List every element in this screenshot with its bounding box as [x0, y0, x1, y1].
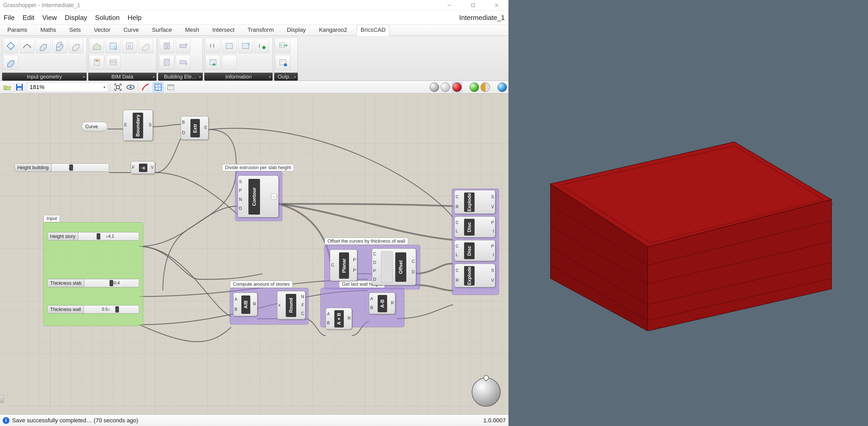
tab-vector[interactable]: Vector — [90, 25, 114, 35]
slider-height-building[interactable]: Height building 20 — [14, 163, 109, 172]
slider-thickness-wall[interactable]: Thickness wall 0.5 ○ — [47, 305, 139, 313]
ribbon-icon[interactable] — [68, 39, 83, 53]
zoom-extents-button[interactable] — [113, 82, 123, 92]
canvas[interactable]: Input Divide extrusion per slab height O… — [0, 93, 508, 415]
node-planar[interactable]: C Planar P P — [330, 249, 357, 281]
ribbon-icon[interactable] — [106, 39, 121, 53]
ribbon-icon[interactable] — [3, 39, 18, 53]
ribbon-icon[interactable] — [222, 39, 237, 53]
tab-maths[interactable]: Maths — [37, 25, 60, 35]
node-multiply[interactable]: A B A×B R — [326, 308, 352, 329]
node-explode-2[interactable]: C R Explode S V — [454, 264, 495, 287]
preview-green-icon[interactable] — [470, 83, 479, 92]
node-extr[interactable]: B D Extr E — [181, 116, 209, 140]
ribbon-icon[interactable] — [159, 55, 174, 70]
ribbon-icon[interactable]: II — [206, 39, 220, 53]
ribbon-icon[interactable] — [52, 39, 67, 53]
node-disc-2[interactable]: C L Disc P t — [454, 240, 495, 261]
ribbon-icon[interactable] — [222, 55, 237, 70]
preview-blue-icon[interactable] — [497, 83, 507, 92]
tab-display[interactable]: Display — [283, 25, 309, 35]
menu-solution[interactable]: Solution — [95, 14, 120, 22]
ribbon-icon[interactable] — [122, 39, 137, 53]
port: P — [373, 269, 376, 273]
node-offset[interactable]: C D P D Offset C D — [372, 248, 416, 285]
resize-grip[interactable] — [0, 395, 4, 403]
flatten-icon[interactable]: ↓ — [271, 193, 277, 199]
node-boundary[interactable]: E Boundary S — [123, 110, 153, 141]
open-button[interactable] — [2, 82, 12, 92]
tab-intersect[interactable]: Intersect — [209, 25, 238, 35]
menu-display[interactable]: Display — [65, 14, 87, 22]
ribbon-icon[interactable] — [176, 55, 190, 70]
slider-height-story[interactable]: Height story ○ 4.1 — [47, 232, 139, 241]
node-disc-1[interactable]: C L Disc P t — [454, 216, 495, 237]
ribbon-group-label[interactable]: Information — [204, 73, 273, 81]
ribbon-icon[interactable] — [20, 39, 34, 53]
menu-view[interactable]: View — [42, 14, 57, 22]
param-curve[interactable]: Curve — [82, 122, 108, 131]
minimize-button[interactable] — [438, 0, 461, 10]
offset-options[interactable] — [381, 251, 393, 283]
display-mode-shaded-icon[interactable] — [452, 82, 462, 92]
tab-sets[interactable]: Sets — [66, 25, 85, 35]
menubar: File Edit View Display Solution Help Int… — [0, 10, 508, 25]
tab-bricscad[interactable]: BricsCAD — [356, 25, 390, 36]
menu-help[interactable]: Help — [128, 14, 142, 22]
node-explode-1[interactable]: C R Explode S V — [454, 190, 495, 214]
port: A — [235, 297, 238, 302]
ribbon-icon[interactable] — [36, 39, 51, 53]
ribbon-group-label[interactable]: Outp… — [274, 73, 298, 81]
tab-mesh[interactable]: Mesh — [182, 25, 203, 35]
ribbon-group-label[interactable]: BIM Data — [88, 73, 157, 81]
node-round[interactable]: x Round N F C — [277, 291, 305, 320]
node-negative[interactable]: F -x V — [131, 161, 155, 174]
bricscad-viewport[interactable] — [508, 0, 868, 426]
display-mode-wire-icon[interactable] — [441, 83, 450, 92]
ribbon-icon[interactable]: IFC — [276, 39, 290, 53]
sketch-button[interactable] — [140, 82, 151, 92]
menu-edit[interactable]: Edit — [23, 14, 34, 22]
tab-transform[interactable]: Transform — [244, 25, 277, 35]
slider-thickness-slab[interactable]: Thickness slab ○ 0.4 — [47, 279, 139, 287]
menu-file[interactable]: File — [4, 14, 15, 22]
close-button[interactable] — [485, 0, 508, 10]
grid-snap-button[interactable] — [153, 82, 163, 92]
slider-label: Thickness slab — [48, 279, 84, 287]
node-contour[interactable]: S P N D Contour C ↓ — [238, 176, 279, 217]
ribbon-icon[interactable] — [206, 55, 220, 70]
ribbon-icon[interactable] — [176, 39, 190, 53]
ribbon-icon[interactable] — [159, 39, 174, 53]
ribbon-icon[interactable] — [90, 39, 104, 53]
ribbon-icon[interactable]: I — [254, 39, 269, 53]
view-button[interactable] — [125, 82, 136, 92]
model-3d-box — [524, 95, 845, 331]
ribbon-icon[interactable] — [3, 55, 18, 70]
display-mode-grey-icon[interactable] — [430, 83, 439, 92]
ribbon-icon[interactable] — [276, 55, 290, 70]
panel-button[interactable] — [165, 82, 176, 92]
ribbon-icon[interactable] — [238, 39, 253, 53]
tab-curve[interactable]: Curve — [120, 25, 143, 35]
port: R — [456, 278, 459, 283]
tab-surface[interactable]: Surface — [148, 25, 176, 35]
tab-params[interactable]: Params — [4, 25, 31, 35]
ribbon-icon[interactable] — [90, 55, 104, 70]
canvas-compass[interactable] — [472, 378, 501, 406]
info-icon: i — [3, 417, 9, 424]
ribbon-icon[interactable] — [106, 55, 121, 70]
port: S — [491, 268, 494, 273]
tab-kangaroo2[interactable]: Kangaroo2 — [315, 25, 351, 35]
ribbon-group-label[interactable]: Building Ele… — [158, 73, 203, 81]
ribbon-icon[interactable] — [138, 39, 153, 53]
node-subtract[interactable]: A B A-B R — [369, 293, 395, 314]
port: S — [149, 123, 152, 127]
ribbon-group-label[interactable]: Input geometry — [2, 73, 87, 81]
zoom-combobox[interactable]: 181% ▾ — [27, 83, 108, 92]
save-button[interactable] — [14, 82, 25, 92]
param-label: Curve — [85, 124, 98, 129]
maximize-button[interactable] — [461, 0, 485, 10]
svg-text:I: I — [259, 43, 260, 49]
preview-split-icon[interactable] — [480, 83, 490, 92]
node-divide[interactable]: A B A/B R — [233, 293, 257, 316]
